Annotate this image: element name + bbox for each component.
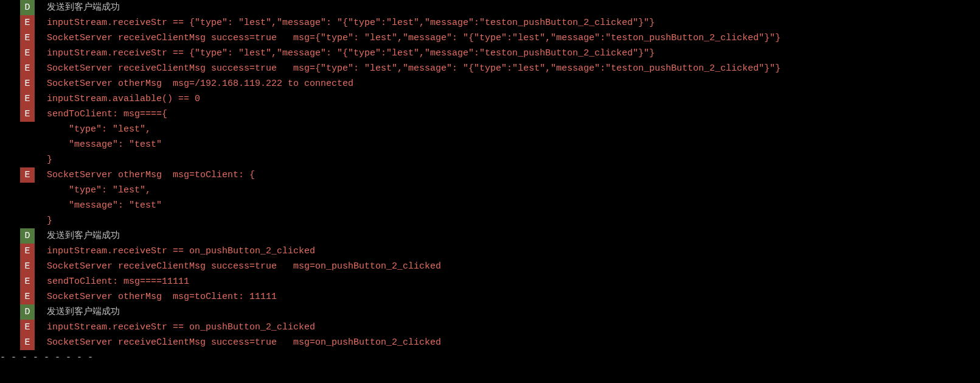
log-gutter-blank bbox=[20, 183, 35, 198]
log-level-badge: E bbox=[20, 91, 35, 107]
log-row[interactable]: EsendToClient: msg===={ bbox=[20, 107, 980, 122]
log-message: 发送到客户端成功 bbox=[47, 304, 980, 320]
log-message: SocketServer receiveClientMsg success=tr… bbox=[47, 335, 980, 350]
log-level-badge: E bbox=[20, 259, 35, 274]
log-message-continuation: "message": "test" bbox=[47, 137, 980, 152]
log-message: SocketServer receiveClientMsg success=tr… bbox=[47, 30, 980, 46]
log-message: sendToClient: msg===={ bbox=[47, 107, 980, 122]
log-row-continuation[interactable]: "message": "test" bbox=[20, 137, 980, 152]
log-level-badge: E bbox=[20, 244, 35, 259]
log-row[interactable]: D发送到客户端成功 bbox=[20, 0, 980, 15]
log-level-badge: E bbox=[20, 289, 35, 304]
log-level-badge: E bbox=[20, 15, 35, 30]
log-row[interactable]: EinputStream.receiveStr == on_pushButton… bbox=[20, 244, 980, 259]
log-message: inputStream.receiveStr == {"type": "lest… bbox=[47, 46, 980, 61]
log-row-continuation[interactable]: } bbox=[20, 152, 980, 167]
log-output[interactable]: D发送到客户端成功EinputStream.receiveStr == {"ty… bbox=[0, 0, 980, 350]
log-message: 发送到客户端成功 bbox=[47, 228, 980, 244]
log-row[interactable]: ESocketServer receiveClientMsg success=t… bbox=[20, 259, 980, 274]
log-gutter-blank bbox=[20, 122, 35, 137]
log-row[interactable]: EinputStream.receiveStr == on_pushButton… bbox=[20, 320, 980, 335]
log-level-badge: E bbox=[20, 61, 35, 76]
log-row-continuation[interactable]: "message": "test" bbox=[20, 198, 980, 213]
log-row[interactable]: ESocketServer otherMsg msg=toClient: { bbox=[20, 167, 980, 183]
log-row[interactable]: ESocketServer otherMsg msg=/192.168.119.… bbox=[20, 76, 980, 91]
log-gutter-blank bbox=[20, 152, 35, 167]
log-message: 发送到客户端成功 bbox=[47, 0, 980, 15]
log-row[interactable]: ESocketServer receiveClientMsg success=t… bbox=[20, 335, 980, 350]
log-message: SocketServer receiveClientMsg success=tr… bbox=[47, 61, 980, 76]
log-row[interactable]: ESocketServer receiveClientMsg success=t… bbox=[20, 61, 980, 76]
log-message: inputStream.receiveStr == on_pushButton_… bbox=[47, 320, 980, 335]
log-row[interactable]: D发送到客户端成功 bbox=[20, 304, 980, 320]
log-row[interactable]: EsendToClient: msg====11111 bbox=[20, 274, 980, 289]
log-level-badge: D bbox=[20, 304, 35, 320]
log-level-badge: E bbox=[20, 335, 35, 350]
log-level-badge: E bbox=[20, 30, 35, 46]
log-level-badge: E bbox=[20, 274, 35, 289]
log-row[interactable]: EinputStream.available() == 0 bbox=[20, 91, 980, 107]
log-message-continuation: "type": "lest", bbox=[47, 122, 980, 137]
log-row-continuation[interactable]: "type": "lest", bbox=[20, 183, 980, 198]
log-message: SocketServer otherMsg msg=toClient: 1111… bbox=[47, 289, 980, 304]
log-row[interactable]: ESocketServer otherMsg msg=toClient: 111… bbox=[20, 289, 980, 304]
log-level-badge: D bbox=[20, 0, 35, 15]
log-row[interactable]: EinputStream.receiveStr == {"type": "les… bbox=[20, 15, 980, 30]
log-message: inputStream.receiveStr == on_pushButton_… bbox=[47, 244, 980, 259]
log-level-badge: E bbox=[20, 167, 35, 183]
log-row-continuation[interactable]: "type": "lest", bbox=[20, 122, 980, 137]
log-message-continuation: "type": "lest", bbox=[47, 183, 980, 198]
log-row[interactable]: ESocketServer receiveClientMsg success=t… bbox=[20, 30, 980, 46]
log-message-continuation: } bbox=[47, 152, 980, 167]
log-message-continuation: "message": "test" bbox=[47, 198, 980, 213]
log-separator: - - - - - - - - - bbox=[0, 350, 980, 365]
log-level-badge: E bbox=[20, 46, 35, 61]
log-level-badge: D bbox=[20, 228, 35, 244]
log-gutter-blank bbox=[20, 198, 35, 213]
log-level-badge: E bbox=[20, 107, 35, 122]
log-row[interactable]: D发送到客户端成功 bbox=[20, 228, 980, 244]
log-level-badge: E bbox=[20, 320, 35, 335]
log-gutter-blank bbox=[20, 213, 35, 228]
log-message: sendToClient: msg====11111 bbox=[47, 274, 980, 289]
log-row[interactable]: EinputStream.receiveStr == {"type": "les… bbox=[20, 46, 980, 61]
log-message: SocketServer otherMsg msg=toClient: { bbox=[47, 167, 980, 183]
log-row-continuation[interactable]: } bbox=[20, 213, 980, 228]
log-message: SocketServer otherMsg msg=/192.168.119.2… bbox=[47, 76, 980, 91]
log-message: inputStream.available() == 0 bbox=[47, 91, 980, 107]
log-gutter-blank bbox=[20, 137, 35, 152]
log-message: inputStream.receiveStr == {"type": "lest… bbox=[47, 15, 980, 30]
log-message-continuation: } bbox=[47, 213, 980, 228]
log-level-badge: E bbox=[20, 76, 35, 91]
log-message: SocketServer receiveClientMsg success=tr… bbox=[47, 259, 980, 274]
